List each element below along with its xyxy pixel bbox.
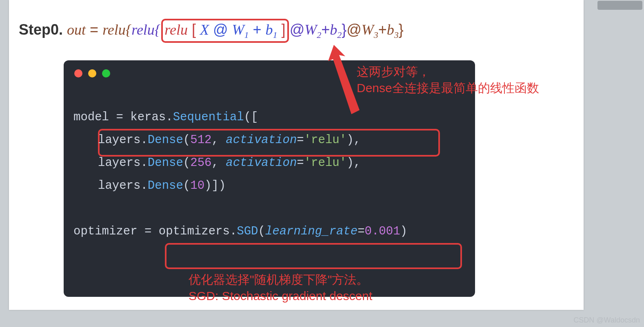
code-line-4: layers.Dense(10)]) — [73, 175, 467, 197]
annotation-bottom-line2: SGD: Stochastic gradient descent — [189, 288, 372, 304]
scrollbar-thumb[interactable] — [597, 1, 642, 10]
formula-w2: W2 — [304, 21, 321, 40]
formula-b2: b2 — [330, 21, 342, 40]
formula-plus3: + — [378, 21, 387, 38]
highlight-sgd-box — [165, 243, 462, 269]
annotation-top-line2: Dense全连接是最简单的线性函数 — [357, 80, 539, 96]
formula-at1: @ — [213, 21, 228, 38]
code-line-blank — [73, 197, 467, 220]
formula-relu-mid: relu{ — [131, 21, 160, 38]
window-traffic-lights — [74, 69, 110, 77]
annotation-bottom: 优化器选择"随机梯度下降"方法。 SGD: Stochastic gradien… — [189, 272, 372, 304]
minimize-icon — [88, 69, 96, 77]
formula-bracket-close: ] — [282, 21, 286, 38]
formula-w3: W3 — [362, 21, 378, 40]
formula-b1: b1 — [266, 22, 278, 38]
watermark-text: CSDN @Waldocsdn — [573, 316, 640, 325]
formula-w1: W1 — [232, 22, 249, 38]
formula-b3: b3 — [387, 21, 399, 40]
annotation-top-line1: 这两步对等， — [357, 64, 539, 80]
formula-bracket-open: [ — [192, 21, 196, 38]
formula-relu-outer: relu{ — [102, 21, 131, 38]
step-label: Step0. — [19, 21, 63, 38]
formula-plus2: + — [321, 21, 330, 38]
code-body: model = keras.Sequential([ layers.Dense(… — [73, 106, 467, 243]
slide-page: Step0. out = relu{ relu{ relu [ X @ W1 +… — [9, 0, 584, 310]
close-icon — [74, 69, 82, 77]
formula-out: out — [67, 21, 86, 38]
formula-at2: @ — [290, 21, 305, 38]
formula-at3: @ — [346, 21, 362, 38]
formula-highlight-box: relu [ X @ W1 + b1 ] — [161, 19, 289, 43]
zoom-icon — [102, 69, 110, 77]
annotation-top: 这两步对等， Dense全连接是最简单的线性函数 — [357, 64, 539, 96]
formula-close2: } — [342, 21, 346, 38]
formula-plus1: + — [253, 21, 266, 38]
formula-relu-inner: relu — [164, 22, 188, 38]
code-line-6: optimizer = optimizers.SGD(learning_rate… — [73, 220, 467, 243]
formula-x: X — [200, 22, 209, 38]
formula-line: Step0. out = relu{ relu{ relu [ X @ W1 +… — [19, 19, 404, 43]
code-line-3: layers.Dense(256, activation='relu'), — [73, 152, 467, 175]
annotation-bottom-line1: 优化器选择"随机梯度下降"方法。 — [189, 272, 372, 288]
formula-close1: } — [399, 21, 404, 38]
formula-eq: = — [90, 21, 98, 38]
code-line-2: layers.Dense(512, activation='relu'), — [73, 129, 467, 152]
code-line-1: model = keras.Sequential([ — [73, 106, 467, 129]
